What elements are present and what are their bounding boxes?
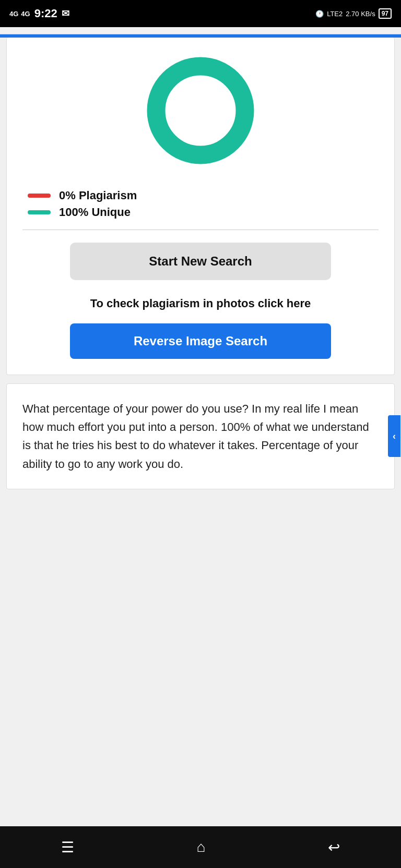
bottom-nav: ☰ ⌂ ↩: [0, 826, 401, 868]
body-text: What percentage of your power do you use…: [22, 400, 379, 473]
browser-bar: [0, 27, 401, 34]
home-icon[interactable]: ⌂: [197, 839, 206, 855]
signal-4g-2: 4G: [21, 10, 30, 18]
vol-lte-label: LTE2: [327, 10, 343, 18]
body-text-card: What percentage of your power do you use…: [6, 383, 395, 489]
status-bar: 4G 4G 9:22 ✉ 🕐 LTE2 2.70 KB/s 97: [0, 0, 401, 27]
plagiarism-label: 0% Plagiarism: [59, 189, 137, 202]
status-right: 🕐 LTE2 2.70 KB/s 97: [315, 8, 392, 19]
page-wrapper: 0% Plagiarism 100% Unique Start New Sear…: [0, 27, 401, 826]
click-here-text: To check plagiarism in photos click here: [90, 295, 311, 312]
svg-point-1: [168, 78, 233, 143]
side-tab[interactable]: ‹: [388, 415, 400, 457]
menu-icon[interactable]: ☰: [61, 839, 74, 856]
status-time: 9:22: [34, 7, 57, 20]
signal-indicators: 4G 4G: [9, 10, 30, 18]
donut-svg: [143, 53, 258, 168]
legend: 0% Plagiarism 100% Unique: [22, 189, 379, 219]
plagiarism-legend-bar: [28, 194, 51, 198]
speed-label: 2.70 KB/s: [346, 10, 375, 18]
donut-chart: [143, 53, 258, 168]
signal-4g-1: 4G: [9, 10, 18, 18]
unique-legend-item: 100% Unique: [28, 206, 379, 219]
battery-indicator: 97: [379, 8, 392, 19]
divider: [22, 230, 379, 230]
plagiarism-legend-item: 0% Plagiarism: [28, 189, 379, 202]
unique-label: 100% Unique: [59, 206, 131, 219]
back-icon[interactable]: ↩: [328, 839, 340, 856]
clock-icon: 🕐: [315, 10, 324, 18]
email-icon: ✉: [62, 8, 69, 19]
start-new-search-button[interactable]: Start New Search: [70, 243, 331, 280]
unique-legend-bar: [28, 210, 51, 214]
status-left: 4G 4G 9:22 ✉: [9, 7, 69, 20]
reverse-image-search-button[interactable]: Reverse Image Search: [70, 323, 331, 359]
results-card: 0% Plagiarism 100% Unique Start New Sear…: [6, 38, 395, 375]
